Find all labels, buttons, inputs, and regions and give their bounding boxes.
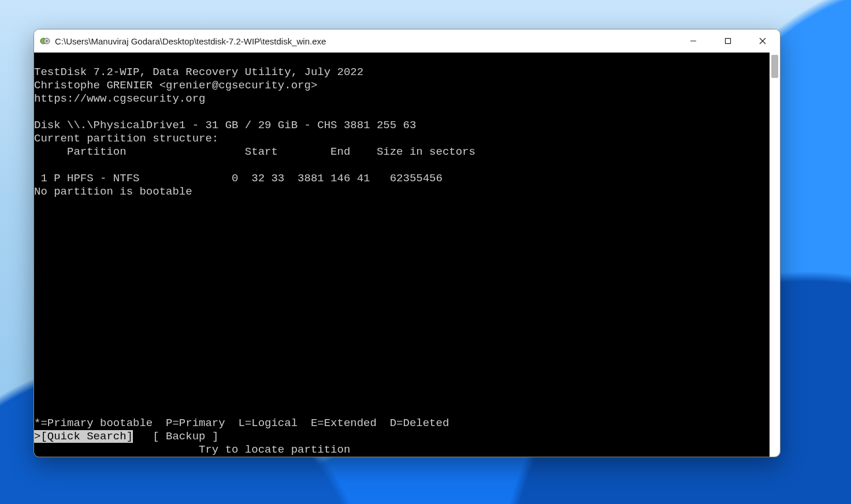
partition-row-1: 1 P HPFS - NTFS 0 32 33 3881 146 41 6235…	[34, 172, 443, 185]
maximize-icon	[724, 38, 731, 44]
maximize-button[interactable]	[711, 29, 745, 53]
minimize-button[interactable]	[676, 29, 711, 53]
menu-quick-search[interactable]: >[Quick Search]	[34, 430, 133, 443]
app-icon	[40, 36, 50, 46]
terminal-output[interactable]: TestDisk 7.2-WIP, Data Recovery Utility,…	[34, 53, 770, 457]
hint-line: Try to locate partition	[34, 443, 350, 456]
header-line-3: https://www.cgsecurity.org	[34, 92, 205, 105]
close-icon	[759, 38, 766, 44]
svg-rect-4	[726, 39, 731, 44]
scrollbar-thumb[interactable]	[771, 55, 778, 78]
legend-line: *=Primary bootable P=Primary L=Logical E…	[34, 417, 449, 430]
disk-info-line: Disk \\.\PhysicalDrive1 - 31 GB / 29 GiB…	[34, 119, 416, 132]
scrollbar[interactable]	[770, 53, 780, 457]
svg-point-2	[46, 40, 47, 42]
titlebar[interactable]: C:\Users\Manuviraj Godara\Desktop\testdi…	[34, 29, 780, 53]
partition-columns-header: Partition Start End Size in sectors	[34, 145, 475, 158]
window-controls	[676, 29, 780, 53]
app-window: C:\Users\Manuviraj Godara\Desktop\testdi…	[34, 29, 781, 457]
minimize-icon	[690, 38, 697, 44]
header-line-2: Christophe GRENIER <grenier@cgsecurity.o…	[34, 79, 317, 92]
no-bootable-msg: No partition is bootable	[34, 185, 192, 198]
window-title: C:\Users\Manuviraj Godara\Desktop\testdi…	[55, 36, 676, 46]
header-line-1: TestDisk 7.2-WIP, Data Recovery Utility,…	[34, 66, 363, 79]
menu-backup[interactable]: [ Backup ]	[153, 430, 218, 443]
structure-label: Current partition structure:	[34, 132, 218, 145]
close-button[interactable]	[745, 29, 780, 53]
menu-line: >[Quick Search] [ Backup ]	[34, 430, 218, 443]
